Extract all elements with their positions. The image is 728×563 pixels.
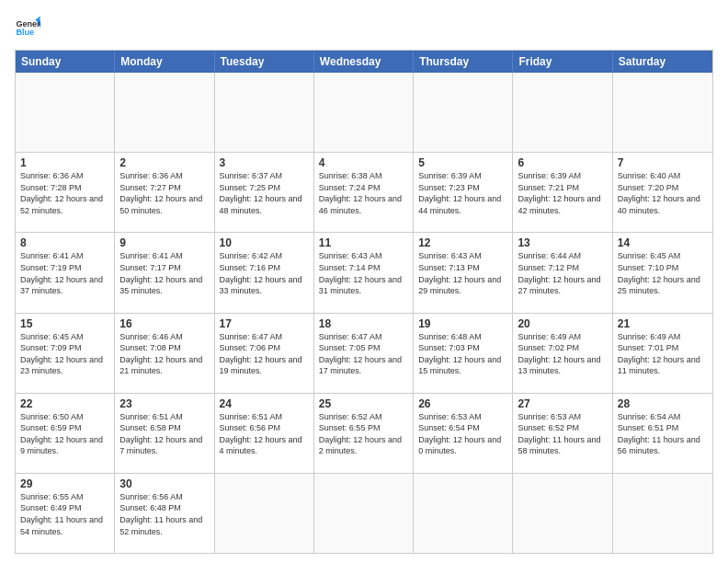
calendar-cell: 8Sunrise: 6:41 AMSunset: 7:19 PMDaylight… xyxy=(16,233,115,312)
day-number: 20 xyxy=(518,317,607,330)
day-number: 17 xyxy=(220,317,309,330)
cell-content: Sunrise: 6:55 AMSunset: 6:49 PMDaylight:… xyxy=(20,491,109,537)
calendar-cell: 3Sunrise: 6:37 AMSunset: 7:25 PMDaylight… xyxy=(215,153,314,232)
cell-content: Sunrise: 6:42 AMSunset: 7:16 PMDaylight:… xyxy=(220,250,309,296)
cell-content: Sunrise: 6:46 AMSunset: 7:08 PMDaylight:… xyxy=(119,331,209,377)
day-number: 27 xyxy=(518,397,607,410)
calendar-header: SundayMondayTuesdayWednesdayThursdayFrid… xyxy=(16,51,712,73)
cell-content: Sunrise: 6:43 AMSunset: 7:13 PMDaylight:… xyxy=(418,250,507,296)
day-number: 24 xyxy=(220,397,309,410)
logo: General Blue xyxy=(15,15,40,40)
day-number: 11 xyxy=(319,236,408,249)
calendar-cell: 24Sunrise: 6:51 AMSunset: 6:56 PMDayligh… xyxy=(215,394,314,473)
calendar-cell: 23Sunrise: 6:51 AMSunset: 6:58 PMDayligh… xyxy=(115,394,214,473)
weekday-header: Monday xyxy=(115,51,214,73)
calendar-cell: 6Sunrise: 6:39 AMSunset: 7:21 PMDaylight… xyxy=(513,153,612,232)
calendar-cell: 11Sunrise: 6:43 AMSunset: 7:14 PMDayligh… xyxy=(314,233,414,312)
calendar-cell: 19Sunrise: 6:48 AMSunset: 7:03 PMDayligh… xyxy=(414,314,513,393)
weekday-header: Sunday xyxy=(16,51,115,73)
day-number: 19 xyxy=(418,317,507,330)
calendar-cell xyxy=(513,73,612,152)
calendar-cell: 14Sunrise: 6:45 AMSunset: 7:10 PMDayligh… xyxy=(613,233,712,312)
day-number: 10 xyxy=(220,236,309,249)
day-number: 15 xyxy=(20,317,109,330)
day-number: 21 xyxy=(618,317,708,330)
calendar-row: 22Sunrise: 6:50 AMSunset: 6:59 PMDayligh… xyxy=(16,393,712,473)
calendar-body: 1Sunrise: 6:36 AMSunset: 7:28 PMDaylight… xyxy=(16,73,712,553)
calendar-cell: 9Sunrise: 6:41 AMSunset: 7:17 PMDaylight… xyxy=(115,233,214,312)
calendar-cell: 13Sunrise: 6:44 AMSunset: 7:12 PMDayligh… xyxy=(513,233,612,312)
calendar-cell xyxy=(414,474,513,553)
calendar-row xyxy=(16,73,712,152)
calendar-cell: 4Sunrise: 6:38 AMSunset: 7:24 PMDaylight… xyxy=(314,153,414,232)
calendar-cell: 17Sunrise: 6:47 AMSunset: 7:06 PMDayligh… xyxy=(215,314,314,393)
day-number: 8 xyxy=(20,236,109,249)
cell-content: Sunrise: 6:52 AMSunset: 6:55 PMDaylight:… xyxy=(319,411,408,457)
day-number: 28 xyxy=(618,397,708,410)
calendar-cell xyxy=(314,474,414,553)
calendar-cell: 16Sunrise: 6:46 AMSunset: 7:08 PMDayligh… xyxy=(115,314,214,393)
calendar-cell: 1Sunrise: 6:36 AMSunset: 7:28 PMDaylight… xyxy=(16,153,115,232)
day-number: 14 xyxy=(618,236,708,249)
day-number: 9 xyxy=(119,236,209,249)
calendar-cell xyxy=(613,73,712,152)
cell-content: Sunrise: 6:56 AMSunset: 6:48 PMDaylight:… xyxy=(119,491,209,537)
cell-content: Sunrise: 6:49 AMSunset: 7:01 PMDaylight:… xyxy=(618,331,708,377)
calendar-cell: 29Sunrise: 6:55 AMSunset: 6:49 PMDayligh… xyxy=(16,474,115,553)
calendar-cell: 21Sunrise: 6:49 AMSunset: 7:01 PMDayligh… xyxy=(613,314,712,393)
calendar-cell: 7Sunrise: 6:40 AMSunset: 7:20 PMDaylight… xyxy=(613,153,712,232)
calendar-cell: 5Sunrise: 6:39 AMSunset: 7:23 PMDaylight… xyxy=(414,153,513,232)
calendar-cell: 22Sunrise: 6:50 AMSunset: 6:59 PMDayligh… xyxy=(16,394,115,473)
cell-content: Sunrise: 6:50 AMSunset: 6:59 PMDaylight:… xyxy=(20,411,109,457)
day-number: 2 xyxy=(119,156,209,169)
page-header: General Blue xyxy=(15,15,713,40)
weekday-header: Wednesday xyxy=(314,51,414,73)
cell-content: Sunrise: 6:51 AMSunset: 6:58 PMDaylight:… xyxy=(119,411,209,457)
calendar-cell: 2Sunrise: 6:36 AMSunset: 7:27 PMDaylight… xyxy=(115,153,214,232)
calendar-cell: 15Sunrise: 6:45 AMSunset: 7:09 PMDayligh… xyxy=(16,314,115,393)
calendar-cell xyxy=(613,474,712,553)
day-number: 5 xyxy=(418,156,507,169)
calendar-row: 15Sunrise: 6:45 AMSunset: 7:09 PMDayligh… xyxy=(16,313,712,393)
calendar-cell xyxy=(115,73,214,152)
calendar-cell xyxy=(215,474,314,553)
cell-content: Sunrise: 6:45 AMSunset: 7:09 PMDaylight:… xyxy=(20,331,109,377)
day-number: 23 xyxy=(119,397,209,410)
weekday-header: Tuesday xyxy=(215,51,314,73)
cell-content: Sunrise: 6:40 AMSunset: 7:20 PMDaylight:… xyxy=(618,170,708,216)
calendar-cell xyxy=(314,73,414,152)
cell-content: Sunrise: 6:44 AMSunset: 7:12 PMDaylight:… xyxy=(518,250,607,296)
calendar-cell: 18Sunrise: 6:47 AMSunset: 7:05 PMDayligh… xyxy=(314,314,414,393)
calendar-cell: 20Sunrise: 6:49 AMSunset: 7:02 PMDayligh… xyxy=(513,314,612,393)
cell-content: Sunrise: 6:47 AMSunset: 7:05 PMDaylight:… xyxy=(319,331,408,377)
weekday-header: Thursday xyxy=(414,51,513,73)
calendar-cell xyxy=(414,73,513,152)
calendar-row: 8Sunrise: 6:41 AMSunset: 7:19 PMDaylight… xyxy=(16,232,712,312)
calendar-cell: 26Sunrise: 6:53 AMSunset: 6:54 PMDayligh… xyxy=(414,394,513,473)
cell-content: Sunrise: 6:49 AMSunset: 7:02 PMDaylight:… xyxy=(518,331,607,377)
cell-content: Sunrise: 6:47 AMSunset: 7:06 PMDaylight:… xyxy=(220,331,309,377)
weekday-header: Friday xyxy=(513,51,612,73)
cell-content: Sunrise: 6:51 AMSunset: 6:56 PMDaylight:… xyxy=(220,411,309,457)
svg-text:Blue: Blue xyxy=(16,28,34,37)
cell-content: Sunrise: 6:41 AMSunset: 7:17 PMDaylight:… xyxy=(119,250,209,296)
calendar-row: 1Sunrise: 6:36 AMSunset: 7:28 PMDaylight… xyxy=(16,152,712,232)
day-number: 4 xyxy=(319,156,408,169)
day-number: 25 xyxy=(319,397,408,410)
calendar-cell: 28Sunrise: 6:54 AMSunset: 6:51 PMDayligh… xyxy=(613,394,712,473)
cell-content: Sunrise: 6:39 AMSunset: 7:21 PMDaylight:… xyxy=(518,170,607,216)
cell-content: Sunrise: 6:39 AMSunset: 7:23 PMDaylight:… xyxy=(418,170,507,216)
day-number: 7 xyxy=(618,156,708,169)
day-number: 30 xyxy=(119,477,209,490)
day-number: 3 xyxy=(220,156,309,169)
cell-content: Sunrise: 6:41 AMSunset: 7:19 PMDaylight:… xyxy=(20,250,109,296)
cell-content: Sunrise: 6:53 AMSunset: 6:52 PMDaylight:… xyxy=(518,411,607,457)
cell-content: Sunrise: 6:37 AMSunset: 7:25 PMDaylight:… xyxy=(220,170,309,216)
day-number: 6 xyxy=(518,156,607,169)
calendar-row: 29Sunrise: 6:55 AMSunset: 6:49 PMDayligh… xyxy=(16,473,712,553)
calendar-cell: 25Sunrise: 6:52 AMSunset: 6:55 PMDayligh… xyxy=(314,394,414,473)
day-number: 12 xyxy=(418,236,507,249)
cell-content: Sunrise: 6:38 AMSunset: 7:24 PMDaylight:… xyxy=(319,170,408,216)
calendar-cell: 10Sunrise: 6:42 AMSunset: 7:16 PMDayligh… xyxy=(215,233,314,312)
calendar-cell: 12Sunrise: 6:43 AMSunset: 7:13 PMDayligh… xyxy=(414,233,513,312)
